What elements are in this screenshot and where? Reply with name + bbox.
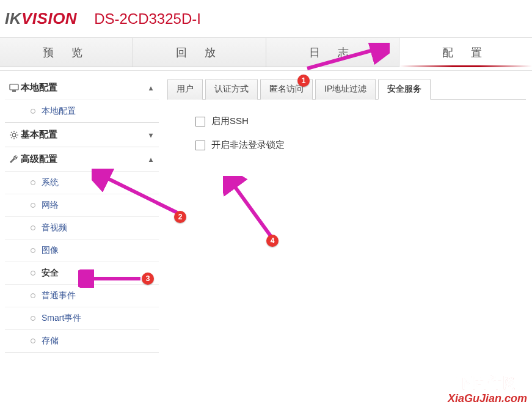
sidebar-item-image[interactable]: 图像 xyxy=(5,239,159,262)
sidebar-title-basic: 基本配置 xyxy=(21,129,57,141)
content-panel: 用户 认证方式 匿名访问 IP地址过滤 安全服务 启用SSH 开启非法登录锁定 xyxy=(159,71,532,353)
subtab-auth[interactable]: 认证方式 xyxy=(205,79,258,100)
annotation-badge-2: 2 xyxy=(174,211,186,223)
tab-preview[interactable]: 预 览 xyxy=(0,38,133,67)
header: IKVISION DS-2CD3325D-I xyxy=(0,0,532,38)
sidebar-section-local: 本地配置 ▴ 本地配置 xyxy=(5,76,159,123)
top-tab-bar: 预 览 回 放 日 志 配 置 xyxy=(0,38,532,67)
label-enable-ssh: 启用SSH xyxy=(211,115,249,127)
sidebar-title-advanced: 高级配置 xyxy=(21,153,57,165)
watermark: 下固件网 XiaGuJian.com xyxy=(448,373,527,405)
chevron-down-icon: ▾ xyxy=(149,131,153,139)
brand-logo-accent: VISION xyxy=(21,9,77,27)
svg-line-3 xyxy=(307,49,377,68)
row-illegal-login-lock: 开启非法登录锁定 xyxy=(195,139,526,151)
annotation-arrow-1 xyxy=(304,43,390,73)
chevron-up-icon: ▴ xyxy=(149,84,153,92)
tab-playback[interactable]: 回 放 xyxy=(133,38,266,67)
sidebar-item-storage[interactable]: 存储 xyxy=(5,329,159,352)
watermark-line2: XiaGuJian.com xyxy=(448,392,527,405)
sidebar-head-basic[interactable]: 基本配置 ▾ xyxy=(5,123,159,147)
sidebar-item-local-config[interactable]: 本地配置 xyxy=(5,100,159,122)
gear-icon xyxy=(7,130,21,141)
subtab-security-service[interactable]: 安全服务 xyxy=(378,79,431,100)
checkbox-illegal-login-lock[interactable] xyxy=(195,141,205,150)
annotation-arrow-2 xyxy=(92,169,183,218)
monitor-icon xyxy=(7,82,21,93)
brand-logo: IKVISION xyxy=(5,9,77,28)
annotation-badge-3: 3 xyxy=(142,273,154,285)
annotation-arrow-3 xyxy=(78,269,145,288)
device-model: DS-2CD3325D-I xyxy=(94,10,201,27)
svg-line-4 xyxy=(103,176,177,213)
annotation-badge-1: 1 xyxy=(297,75,310,87)
sidebar-title-local: 本地配置 xyxy=(21,82,57,93)
svg-rect-0 xyxy=(10,84,18,90)
label-illegal-login-lock: 开启非法登录锁定 xyxy=(211,139,285,151)
row-enable-ssh: 启用SSH xyxy=(195,115,526,127)
svg-point-2 xyxy=(12,133,16,137)
security-options: 启用SSH 开启非法登录锁定 xyxy=(167,100,526,151)
sidebar-item-av[interactable]: 音视频 xyxy=(5,216,159,239)
checkbox-enable-ssh[interactable] xyxy=(195,117,205,126)
sidebar-section-basic: 基本配置 ▾ xyxy=(5,123,159,147)
sidebar-head-local[interactable]: 本地配置 ▴ xyxy=(5,76,159,100)
wrench-icon xyxy=(7,154,21,165)
svg-line-6 xyxy=(231,182,271,236)
sub-tab-bar: 用户 认证方式 匿名访问 IP地址过滤 安全服务 xyxy=(167,78,526,100)
sidebar-head-advanced[interactable]: 高级配置 ▴ xyxy=(5,147,159,171)
sidebar-sublist-local: 本地配置 xyxy=(5,100,159,122)
chevron-up-icon: ▴ xyxy=(149,155,153,164)
svg-rect-1 xyxy=(12,90,16,92)
subtab-ipfilter[interactable]: IP地址过滤 xyxy=(315,79,376,100)
subtab-user[interactable]: 用户 xyxy=(167,79,203,100)
watermark-line1: 下固件网 xyxy=(448,373,527,392)
annotation-badge-4: 4 xyxy=(266,235,279,247)
tab-config[interactable]: 配 置 xyxy=(399,38,532,67)
annotation-arrow-4 xyxy=(223,176,278,240)
sidebar-item-smart-events[interactable]: Smart事件 xyxy=(5,307,159,329)
